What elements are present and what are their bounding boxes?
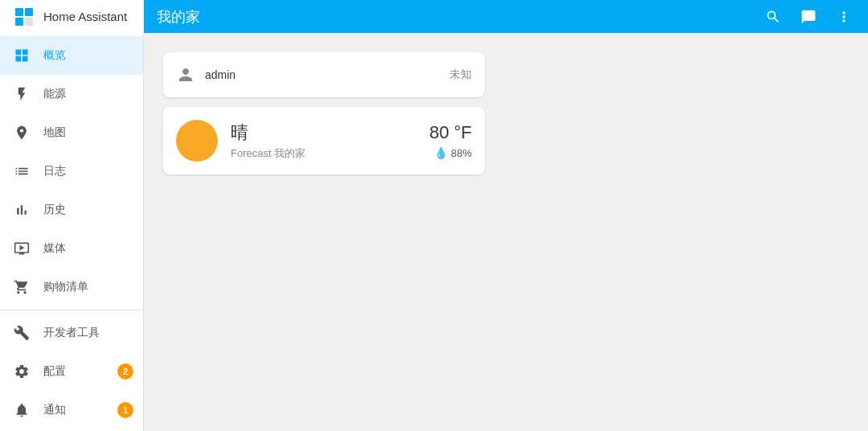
sidebar-item-history[interactable]: 历史 <box>0 191 143 229</box>
sidebar-item-label-history: 历史 <box>43 203 66 217</box>
person-icon <box>176 65 195 84</box>
sidebar-item-label-notifications: 通知 <box>43 403 66 417</box>
sidebar-item-shopping[interactable]: 购物清单 <box>0 268 143 306</box>
weather-card: 晴 Forecast 我的家 80 °F 💧 88% <box>163 107 485 174</box>
topbar: Home Assistant 我的家 <box>0 0 868 33</box>
sidebar-item-dev-tools[interactable]: 开发者工具 <box>0 314 143 352</box>
gear-icon <box>13 363 31 380</box>
search-button[interactable] <box>762 6 784 28</box>
sidebar-item-label-shopping: 购物清单 <box>43 280 88 294</box>
brand-title: Home Assistant <box>43 10 127 23</box>
sidebar-item-label-energy: 能源 <box>43 87 66 101</box>
grid-icon <box>13 47 31 64</box>
bar-chart-icon <box>13 201 31 219</box>
sidebar: 概览 能源 地图 <box>0 33 144 431</box>
main-layout: 概览 能源 地图 <box>0 33 868 431</box>
sidebar-item-map[interactable]: 地图 <box>0 113 143 152</box>
sidebar-item-label-logbook: 日志 <box>43 164 66 179</box>
sidebar-nav: 概览 能源 地图 <box>0 33 143 310</box>
wrench-icon <box>13 324 31 342</box>
topbar-brand: Home Assistant <box>0 0 144 33</box>
svg-rect-2 <box>15 18 23 26</box>
weather-temp-section: 80 °F 💧 88% <box>429 122 472 159</box>
svg-rect-0 <box>15 8 23 16</box>
play-icon <box>13 240 31 257</box>
home-assistant-icon <box>13 6 35 28</box>
weather-humidity: 💧 88% <box>429 146 472 159</box>
sidebar-item-label-dev-tools: 开发者工具 <box>43 326 100 340</box>
topbar-right: 我的家 <box>144 6 868 28</box>
cards-area: admin 未知 晴 Forecast 我的家 80 °F 💧 88% <box>163 52 485 174</box>
config-badge: 2 <box>117 363 133 380</box>
sidebar-item-label-map: 地图 <box>43 125 66 140</box>
more-button[interactable] <box>833 6 855 28</box>
map-icon <box>13 124 31 142</box>
admin-status: 未知 <box>449 68 472 82</box>
sidebar-item-energy[interactable]: 能源 <box>0 75 143 113</box>
admin-card: admin 未知 <box>163 52 485 97</box>
list-icon <box>13 162 31 180</box>
weather-forecast: Forecast 我的家 <box>231 146 416 161</box>
sidebar-item-config[interactable]: 配置 2 <box>0 352 143 391</box>
sidebar-item-overview[interactable]: 概览 <box>0 36 143 75</box>
sidebar-bottom: 开发者工具 配置 2 通知 1 <box>0 310 143 431</box>
sidebar-item-label-overview: 概览 <box>43 48 66 63</box>
chat-button[interactable] <box>797 6 820 28</box>
topbar-actions <box>762 6 855 28</box>
bell-icon <box>13 401 31 419</box>
notifications-badge: 1 <box>117 402 133 418</box>
weather-info: 晴 Forecast 我的家 <box>231 121 416 161</box>
humidity-value: 88% <box>451 147 472 159</box>
sun-icon <box>176 120 218 162</box>
sidebar-item-media[interactable]: 媒体 <box>0 229 143 268</box>
sidebar-item-label-config: 配置 <box>43 364 66 379</box>
cart-icon <box>13 278 31 296</box>
sidebar-item-label-media: 媒体 <box>43 241 66 256</box>
page-title: 我的家 <box>157 7 200 27</box>
bolt-icon <box>13 85 31 103</box>
svg-rect-3 <box>25 18 33 26</box>
weather-temperature: 80 °F <box>429 122 472 143</box>
weather-condition: 晴 <box>231 121 416 145</box>
drop-icon: 💧 <box>434 146 448 159</box>
sidebar-item-notifications[interactable]: 通知 1 <box>0 391 143 429</box>
svg-rect-1 <box>25 8 33 16</box>
admin-name: admin <box>205 68 440 81</box>
sidebar-item-logbook[interactable]: 日志 <box>0 152 143 191</box>
main-content: admin 未知 晴 Forecast 我的家 80 °F 💧 88% <box>144 33 868 431</box>
